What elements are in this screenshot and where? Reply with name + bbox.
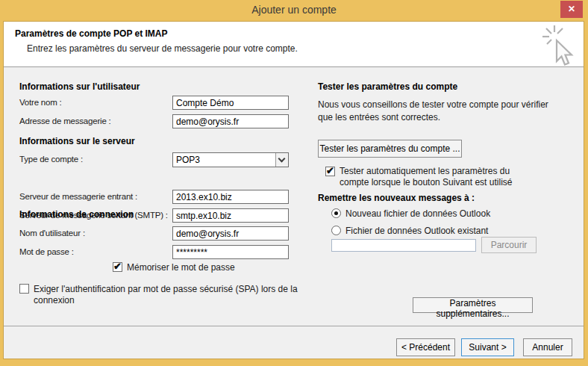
account-type-select[interactable]: POP3 xyxy=(172,152,289,167)
titlebar: Ajouter un compte xyxy=(0,0,588,21)
outgoing-server-input[interactable] xyxy=(172,208,289,223)
incoming-server-input[interactable] xyxy=(172,190,289,204)
next-button[interactable]: Suivant > xyxy=(461,338,514,356)
account-type-label: Type de compte : xyxy=(19,155,83,164)
username-input[interactable] xyxy=(172,226,289,241)
more-settings-button[interactable]: Paramètres supplémentaires... xyxy=(413,297,533,313)
spa-label[interactable]: Exiger l'authentification par mot de pas… xyxy=(34,284,298,306)
test-settings-button[interactable]: Tester les paramètres du compte ... xyxy=(318,140,462,158)
wizard-header: Paramètres de compte POP et IMAP Entrez … xyxy=(4,22,584,67)
chevron-down-icon[interactable] xyxy=(275,153,288,167)
radio-dot-icon xyxy=(334,211,338,215)
add-account-dialog: Ajouter un compte ✕ Paramètres de compte… xyxy=(0,0,588,366)
radio-existing-data-file[interactable] xyxy=(331,226,341,235)
email-input[interactable] xyxy=(172,114,289,128)
page-subtitle: Entrez les paramètres du serveur de mess… xyxy=(27,43,298,54)
username-label: Nom d'utilisateur : xyxy=(19,229,85,238)
remember-password-checkbox[interactable]: ✔ xyxy=(113,262,122,272)
dialog-content: Paramètres de compte POP et IMAP Entrez … xyxy=(3,21,584,359)
window-title: Ajouter un compte xyxy=(0,0,588,20)
page-title: Paramètres de compte POP et IMAP xyxy=(15,28,168,39)
existing-file-input xyxy=(331,239,476,252)
radio-new-data-file-label[interactable]: Nouveau fichier de données Outlook xyxy=(345,208,490,219)
section-server-info: Informations sur le serveur xyxy=(19,136,135,146)
spa-checkbox[interactable] xyxy=(19,284,29,294)
click-wizard-icon xyxy=(542,25,575,66)
name-label: Votre nom : xyxy=(19,98,62,107)
check-icon: ✔ xyxy=(113,261,122,272)
account-type-value: POP3 xyxy=(176,155,200,165)
test-hint-text: Nous vous conseillons de tester votre co… xyxy=(318,99,555,124)
close-button[interactable]: ✕ xyxy=(560,1,583,18)
section-user-info: Informations sur l'utilisateur xyxy=(19,81,140,92)
check-icon: ✔ xyxy=(326,165,334,176)
browse-button: Parcourir xyxy=(481,237,537,253)
section-test-settings: Tester les paramètres du compte xyxy=(318,81,457,92)
cancel-button[interactable]: Annuler xyxy=(523,338,572,356)
section-logon-info: Informations de connexion xyxy=(19,209,134,220)
name-input[interactable] xyxy=(172,96,289,110)
radio-new-data-file[interactable] xyxy=(331,208,341,218)
auto-test-checkbox[interactable]: ✔ xyxy=(325,167,335,176)
password-input[interactable] xyxy=(172,245,289,259)
remember-password-label[interactable]: Mémoriser le mot de passe xyxy=(127,262,235,273)
section-deliver-to: Remettre les nouveaux messages à : xyxy=(318,193,475,203)
incoming-server-label: Serveur de messagerie entrant : xyxy=(19,192,137,201)
radio-existing-data-file-label[interactable]: Fichier de données Outlook existant xyxy=(345,226,488,236)
back-button[interactable]: < Précédent xyxy=(396,338,455,356)
auto-test-label[interactable]: Tester automatiquement les paramètres du… xyxy=(340,166,539,188)
password-label: Mot de passe : xyxy=(19,247,74,256)
email-label: Adresse de messagerie : xyxy=(19,117,111,125)
close-icon: ✕ xyxy=(568,4,575,14)
